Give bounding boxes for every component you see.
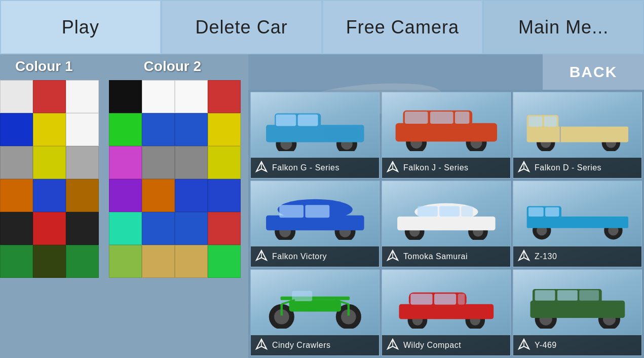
colour2-grid [109,80,248,278]
svg-rect-97 [579,291,599,301]
colour1-swatch[interactable] [33,245,66,278]
svg-rect-17 [405,112,428,124]
colour1-swatch[interactable] [33,80,66,113]
svg-rect-41 [305,205,329,218]
car-brand-logo-falkon-g [255,160,268,175]
colour1-swatch[interactable] [33,179,66,212]
colour1-swatch[interactable] [66,212,99,245]
car-name-text-falkon-victory: Falkon Victory [272,252,327,261]
colour2-swatch[interactable] [109,179,142,212]
colour2-swatch[interactable] [142,113,175,146]
colour1-swatch[interactable] [66,245,99,278]
colour2-swatch[interactable] [142,212,175,245]
colour1-swatch[interactable] [66,146,99,179]
car-name-text-z-130: Z-130 [535,252,557,261]
colour2-swatch[interactable] [208,113,241,146]
colour1-grid [0,80,109,278]
car-name-bar-falkon-j: Falkon J - Series [382,158,510,178]
car-name-bar-tomoka-samurai: Tomoka Samurai [382,246,510,267]
car-brand-logo-z-130 [517,249,531,264]
car-brand-logo-y-469 [517,338,531,353]
colour1-swatch[interactable] [33,212,66,245]
colour2-swatch[interactable] [175,113,208,146]
svg-rect-51 [439,206,460,217]
car-name-bar-cindy-crawlers: Cindy Crawlers [251,335,379,355]
car-brand-logo-falkon-victory [255,249,268,264]
colour2-swatch[interactable] [109,113,142,146]
colour2-swatch[interactable] [208,80,241,113]
colour2-swatch[interactable] [175,179,208,212]
free-camera-button[interactable]: Free Camera [322,0,483,54]
colour1-swatch[interactable] [0,179,33,212]
colour1-swatch[interactable] [0,80,33,113]
colour1-col-0 [0,80,33,278]
colour2-swatch[interactable] [109,212,142,245]
svg-rect-70 [289,300,340,312]
colour2-swatch[interactable] [208,245,241,278]
colour2-swatch[interactable] [175,80,208,113]
car-image-falkon-g [251,92,379,158]
svg-rect-30 [560,127,628,132]
colour2-swatch[interactable] [109,80,142,113]
car-image-falkon-d [513,92,641,158]
car-name-text-falkon-d: Falkon D - Series [535,163,601,172]
toolbar: Play Delete Car Free Camera Main Me... [0,0,644,54]
colour1-swatch[interactable] [33,113,66,146]
car-card-tomoka-samurai[interactable]: Tomoka Samurai [382,181,511,267]
car-card-cindy-crawlers[interactable]: Cindy Crawlers [250,269,380,356]
colour1-swatch[interactable] [0,113,33,146]
colour2-swatch[interactable] [175,245,208,278]
car-image-y-469 [513,270,641,335]
car-image-z-130 [513,181,641,246]
colour2-swatch[interactable] [208,212,241,245]
colour1-swatch[interactable] [0,245,33,278]
colour1-col-2 [66,80,99,278]
colour-labels: Colour 1 Colour 2 [0,54,248,79]
car-card-falkon-d[interactable]: Falkon D - Series [513,92,642,178]
colour2-swatch[interactable] [208,179,241,212]
car-brand-logo-tomoka-samurai [386,249,399,264]
svg-rect-86 [458,294,465,305]
car-name-bar-y-469: Y-469 [513,335,641,355]
colour2-col-1 [142,80,175,278]
car-card-falkon-j[interactable]: Falkon J - Series [382,92,511,178]
delete-car-button[interactable]: Delete Car [161,0,322,54]
colour1-swatch[interactable] [66,80,99,113]
svg-rect-50 [418,206,438,217]
play-button[interactable]: Play [0,0,161,54]
car-card-wildy-compact[interactable]: Wildy Compact [382,269,511,356]
car-name-text-wildy-compact: Wildy Compact [403,341,461,350]
colour2-swatch[interactable] [142,179,175,212]
svg-rect-29 [544,116,556,126]
main-menu-button[interactable]: Main Me... [483,0,644,54]
colour2-swatch[interactable] [175,146,208,179]
svg-rect-61 [528,207,544,217]
colour2-swatch[interactable] [109,245,142,278]
colour2-swatch[interactable] [142,245,175,278]
colour2-swatch[interactable] [208,146,241,179]
car-name-text-cindy-crawlers: Cindy Crawlers [272,341,330,350]
car-card-falkon-g[interactable]: Falkon G - Series [250,92,380,178]
back-button[interactable]: BACK [543,54,644,90]
colour1-swatch[interactable] [66,179,99,212]
colour1-swatch[interactable] [33,146,66,179]
car-card-falkon-victory[interactable]: Falkon Victory [250,181,380,267]
car-name-text-falkon-g: Falkon G - Series [272,163,339,172]
car-image-wildy-compact [382,270,510,335]
car-card-z-130[interactable]: Z-130 [513,181,642,267]
svg-rect-8 [324,127,358,139]
colour1-swatch[interactable] [0,146,33,179]
colour1-swatch[interactable] [66,113,99,146]
car-card-y-469[interactable]: Y-469 [513,269,642,356]
colour2-label: Colour 2 [134,54,212,79]
colour2-swatch[interactable] [109,146,142,179]
colour2-swatch[interactable] [142,146,175,179]
colour2-swatch[interactable] [175,212,208,245]
svg-rect-15 [395,123,497,141]
car-grid: Falkon G - Series Falkon J - Series Falk… [248,90,644,358]
car-name-text-y-469: Y-469 [535,341,557,350]
svg-rect-18 [430,112,453,124]
colour2-swatch[interactable] [142,80,175,113]
svg-rect-40 [279,205,304,218]
colour1-swatch[interactable] [0,212,33,245]
